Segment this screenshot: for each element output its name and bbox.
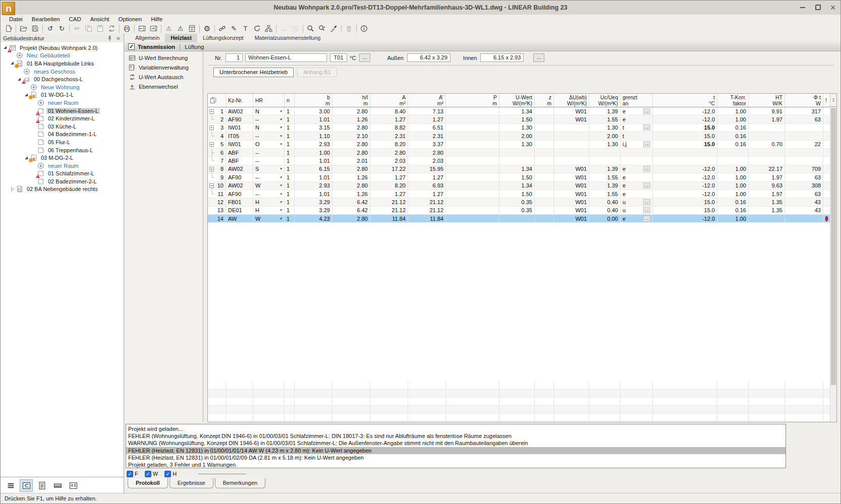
tree-item-03-küche-l[interactable]: 03 Küche-L: [1, 122, 124, 131]
tree-item-label[interactable]: 01 Wohnen-Essen-L: [46, 108, 100, 114]
table-row-5[interactable]: 5IW01O▾12.932.808.203.371.301.30i,j...15…: [208, 141, 836, 149]
lueftung-label[interactable]: Lüftung: [185, 44, 204, 50]
cell-Uc[interactable]: 1.39: [589, 107, 621, 115]
cell-hr[interactable]: --▾: [253, 173, 285, 181]
tree-item-label[interactable]: Neu: Gebäudeteil: [25, 52, 72, 58]
cell-A[interactable]: 8.40: [370, 107, 408, 115]
cell-n[interactable]: 1: [285, 124, 295, 132]
table-row-2[interactable]: 2AF90--▾11.011.261.271.271.50W011.55e-12…: [208, 115, 836, 123]
cell-grenzt[interactable]: i,j...: [621, 141, 653, 148]
cell-dU[interactable]: W01: [554, 182, 589, 190]
menu-cad[interactable]: CAD: [64, 16, 85, 23]
cell-b[interactable]: 3.00: [295, 107, 332, 115]
cell-phi[interactable]: 709: [785, 165, 823, 173]
cell-Uc[interactable]: 0.40: [589, 207, 621, 214]
cell-t[interactable]: -12.0: [653, 115, 717, 123]
ellipsis-button[interactable]: ...: [643, 108, 650, 114]
cell-korr[interactable]: 0.16: [717, 132, 749, 140]
cell-nr[interactable]: 12: [208, 198, 226, 206]
cell-kz[interactable]: AW02: [226, 165, 253, 173]
column-header-n[interactable]: n: [285, 94, 295, 107]
cell-t[interactable]: 15.0: [653, 198, 717, 206]
sidebar-close-icon[interactable]: ✕: [115, 35, 122, 42]
cell-hl[interactable]: 2.80: [332, 141, 370, 148]
column-header-b[interactable]: bm: [295, 94, 332, 107]
tree-view-button[interactable]: [20, 479, 33, 492]
cell-grenzt[interactable]: e: [621, 190, 653, 198]
log-filter-h[interactable]: ✓H: [164, 471, 177, 477]
cell-err[interactable]: [823, 198, 830, 206]
cell-hr[interactable]: O▾: [253, 141, 285, 148]
bottom-tab-protokoll[interactable]: Protokoll: [128, 478, 168, 488]
cell-A[interactable]: 17.22: [370, 165, 408, 173]
table-view-button[interactable]: [51, 479, 64, 492]
cell-z[interactable]: [535, 165, 554, 173]
checkbox-checked-icon[interactable]: ✓: [164, 471, 171, 477]
cell-Uc[interactable]: 2.00: [589, 132, 621, 140]
cell-A2[interactable]: 1.27: [408, 115, 446, 123]
tree-item-label[interactable]: 01 Schlafzimmer-L: [46, 170, 96, 176]
tree-item-neue-wohnung[interactable]: Neue Wohnung: [1, 83, 124, 91]
cell-z[interactable]: [535, 207, 554, 214]
log-line[interactable]: FEHLER (Heizlast, EN 12831) in 01/00/01/…: [126, 447, 786, 454]
cell-grenzt[interactable]: e...: [621, 165, 653, 173]
cell-n[interactable]: 1: [285, 207, 295, 214]
cell-grenzt[interactable]: [621, 149, 653, 156]
tree-item-label[interactable]: Neue Wohnung: [39, 84, 81, 90]
log-filter-w[interactable]: ✓W: [145, 471, 158, 477]
ellipsis-button[interactable]: ...: [643, 207, 650, 213]
cell-kz[interactable]: ABF: [226, 149, 253, 156]
cell-hr[interactable]: H▾: [253, 207, 285, 214]
cell-b[interactable]: 2.93: [295, 141, 332, 148]
cell-korr[interactable]: 0.16: [717, 141, 749, 148]
cell-dU[interactable]: [554, 141, 589, 148]
cell-b[interactable]: 3.15: [295, 124, 332, 132]
dropdown-arrow-icon[interactable]: ▾: [280, 117, 282, 121]
info-button[interactable]: [358, 24, 370, 34]
tree-item-01-w-dg-1-l[interactable]: !01 W-DG-1-L: [1, 91, 124, 99]
table-row-9[interactable]: 9AF90--▾11.011.261.271.271.50W011.55e-12…: [208, 173, 836, 181]
cell-n[interactable]: 1: [285, 182, 295, 190]
dropdown-arrow-icon[interactable]: ▾: [280, 109, 282, 113]
nav-ebenenwechsel[interactable]: Ebenenwechsel: [125, 82, 203, 91]
cell-dU[interactable]: W01: [554, 190, 589, 198]
cell-hl[interactable]: 1.26: [332, 190, 370, 198]
cell-n[interactable]: 1: [285, 107, 295, 115]
cell-err[interactable]: [823, 124, 830, 132]
cell-b[interactable]: 3.29: [295, 207, 332, 214]
dropdown-arrow-icon[interactable]: ▾: [280, 183, 282, 187]
interrupted-heating-button[interactable]: Unterbrochener Heizbetrieb: [213, 68, 294, 77]
cell-phi[interactable]: [785, 149, 823, 156]
cell-P[interactable]: [446, 173, 499, 181]
tree-item-label[interactable]: neues Geschoss: [32, 69, 77, 75]
cell-err[interactable]: [823, 207, 830, 214]
zoom-plus-button[interactable]: [316, 24, 328, 34]
cell-HT[interactable]: 22.17: [749, 165, 785, 173]
cell-b[interactable]: 1.01: [295, 173, 332, 181]
pin-icon[interactable]: [106, 35, 113, 41]
cell-A[interactable]: 1.27: [370, 173, 408, 181]
cell-kz[interactable]: AW02: [226, 107, 253, 115]
cell-phi[interactable]: 308: [785, 182, 823, 190]
temperature-profile-field[interactable]: T01: [330, 53, 347, 62]
cell-A2[interactable]: 6.51: [408, 124, 446, 132]
transmission-label[interactable]: Transmission: [138, 44, 175, 50]
cell-P[interactable]: [446, 124, 499, 132]
tree-item-label[interactable]: 05 Flur-L: [46, 139, 72, 145]
cell-P[interactable]: [446, 157, 499, 164]
cell-hl[interactable]: 2.80: [332, 215, 370, 222]
column-header-Uc[interactable]: Uc/UeqW/(m²K): [589, 94, 621, 107]
column-header-hr[interactable]: HR: [253, 94, 285, 107]
column-chooser-button[interactable]: [830, 94, 836, 107]
cell-err[interactable]: [823, 115, 830, 123]
column-header-A[interactable]: Am²: [370, 94, 408, 107]
cell-hl[interactable]: 2.01: [332, 157, 370, 164]
cell-grenzt[interactable]: u...: [621, 198, 653, 206]
cell-phi[interactable]: 43: [785, 207, 823, 214]
dropdown-arrow-icon[interactable]: ▾: [280, 125, 282, 130]
dropdown-arrow-icon[interactable]: ▾: [280, 142, 282, 146]
eyedropper-button[interactable]: [328, 24, 340, 34]
cell-kz[interactable]: AW02: [226, 182, 253, 190]
cell-A2[interactable]: 11.84: [408, 215, 446, 222]
cell-HT[interactable]: [749, 124, 785, 132]
